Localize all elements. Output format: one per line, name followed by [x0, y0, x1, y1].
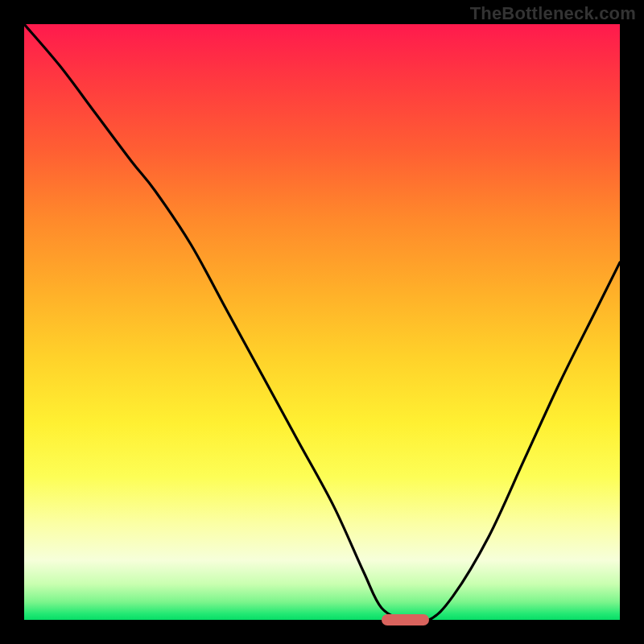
curve-layer	[24, 24, 620, 620]
watermark-text: TheBottleneck.com	[470, 3, 636, 24]
plot-area	[24, 24, 620, 620]
chart-frame: TheBottleneck.com	[0, 0, 644, 644]
optimal-marker	[382, 614, 429, 625]
bottleneck-curve	[24, 24, 620, 620]
